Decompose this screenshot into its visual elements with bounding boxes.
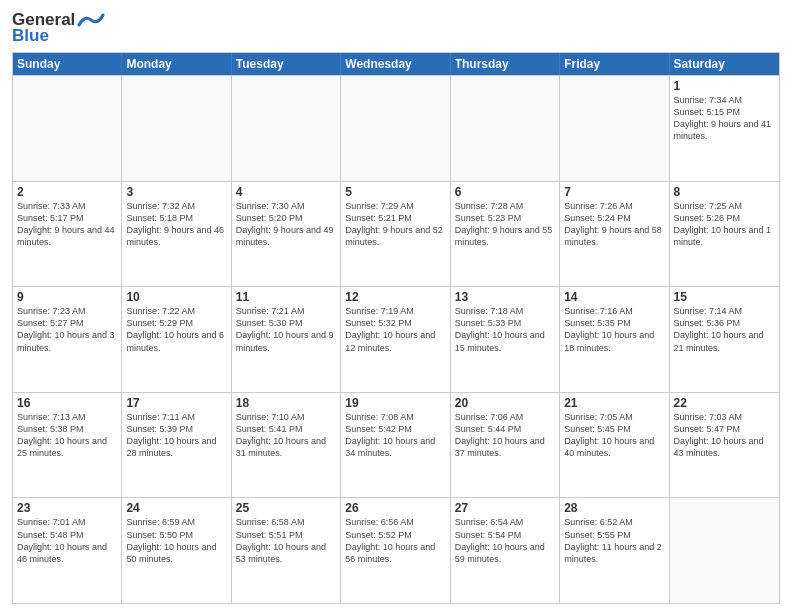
calendar-cell-7: 7Sunrise: 7:26 AM Sunset: 5:24 PM Daylig… (560, 182, 669, 287)
cell-day-number: 17 (126, 396, 226, 410)
header-day-sunday: Sunday (13, 53, 122, 75)
cell-day-number: 20 (455, 396, 555, 410)
calendar-cell-empty-0-5 (560, 76, 669, 181)
calendar-cell-24: 24Sunrise: 6:59 AM Sunset: 5:50 PM Dayli… (122, 498, 231, 603)
cell-info: Sunrise: 7:03 AM Sunset: 5:47 PM Dayligh… (674, 411, 775, 460)
calendar-row-3: 16Sunrise: 7:13 AM Sunset: 5:38 PM Dayli… (13, 392, 779, 498)
cell-day-number: 23 (17, 501, 117, 515)
calendar-cell-empty-0-0 (13, 76, 122, 181)
calendar-cell-12: 12Sunrise: 7:19 AM Sunset: 5:32 PM Dayli… (341, 287, 450, 392)
calendar-cell-19: 19Sunrise: 7:08 AM Sunset: 5:42 PM Dayli… (341, 393, 450, 498)
calendar: SundayMondayTuesdayWednesdayThursdayFrid… (12, 52, 780, 604)
calendar-cell-15: 15Sunrise: 7:14 AM Sunset: 5:36 PM Dayli… (670, 287, 779, 392)
cell-day-number: 21 (564, 396, 664, 410)
calendar-cell-27: 27Sunrise: 6:54 AM Sunset: 5:54 PM Dayli… (451, 498, 560, 603)
calendar-row-4: 23Sunrise: 7:01 AM Sunset: 5:48 PM Dayli… (13, 497, 779, 603)
logo-wave-icon (77, 11, 105, 29)
cell-info: Sunrise: 7:06 AM Sunset: 5:44 PM Dayligh… (455, 411, 555, 460)
calendar-cell-17: 17Sunrise: 7:11 AM Sunset: 5:39 PM Dayli… (122, 393, 231, 498)
logo-blue: Blue (12, 26, 49, 46)
cell-day-number: 5 (345, 185, 445, 199)
header-day-wednesday: Wednesday (341, 53, 450, 75)
calendar-cell-empty-0-2 (232, 76, 341, 181)
calendar-cell-8: 8Sunrise: 7:25 AM Sunset: 5:26 PM Daylig… (670, 182, 779, 287)
cell-day-number: 13 (455, 290, 555, 304)
calendar-cell-28: 28Sunrise: 6:52 AM Sunset: 5:55 PM Dayli… (560, 498, 669, 603)
cell-info: Sunrise: 7:19 AM Sunset: 5:32 PM Dayligh… (345, 305, 445, 354)
cell-info: Sunrise: 7:10 AM Sunset: 5:41 PM Dayligh… (236, 411, 336, 460)
cell-info: Sunrise: 7:13 AM Sunset: 5:38 PM Dayligh… (17, 411, 117, 460)
header: General Blue (12, 10, 780, 46)
cell-day-number: 18 (236, 396, 336, 410)
header-day-friday: Friday (560, 53, 669, 75)
cell-day-number: 16 (17, 396, 117, 410)
cell-info: Sunrise: 7:22 AM Sunset: 5:29 PM Dayligh… (126, 305, 226, 354)
cell-day-number: 25 (236, 501, 336, 515)
cell-day-number: 19 (345, 396, 445, 410)
cell-info: Sunrise: 7:21 AM Sunset: 5:30 PM Dayligh… (236, 305, 336, 354)
calendar-cell-20: 20Sunrise: 7:06 AM Sunset: 5:44 PM Dayli… (451, 393, 560, 498)
cell-info: Sunrise: 7:25 AM Sunset: 5:26 PM Dayligh… (674, 200, 775, 249)
cell-info: Sunrise: 7:11 AM Sunset: 5:39 PM Dayligh… (126, 411, 226, 460)
cell-day-number: 22 (674, 396, 775, 410)
calendar-cell-5: 5Sunrise: 7:29 AM Sunset: 5:21 PM Daylig… (341, 182, 450, 287)
calendar-cell-25: 25Sunrise: 6:58 AM Sunset: 5:51 PM Dayli… (232, 498, 341, 603)
cell-day-number: 3 (126, 185, 226, 199)
calendar-cell-empty-0-4 (451, 76, 560, 181)
cell-day-number: 12 (345, 290, 445, 304)
cell-day-number: 9 (17, 290, 117, 304)
calendar-cell-26: 26Sunrise: 6:56 AM Sunset: 5:52 PM Dayli… (341, 498, 450, 603)
page: General Blue SundayMondayTuesdayWednesda… (0, 0, 792, 612)
cell-day-number: 10 (126, 290, 226, 304)
cell-day-number: 6 (455, 185, 555, 199)
cell-info: Sunrise: 7:08 AM Sunset: 5:42 PM Dayligh… (345, 411, 445, 460)
cell-info: Sunrise: 6:59 AM Sunset: 5:50 PM Dayligh… (126, 516, 226, 565)
cell-info: Sunrise: 7:30 AM Sunset: 5:20 PM Dayligh… (236, 200, 336, 249)
cell-info: Sunrise: 7:16 AM Sunset: 5:35 PM Dayligh… (564, 305, 664, 354)
calendar-cell-18: 18Sunrise: 7:10 AM Sunset: 5:41 PM Dayli… (232, 393, 341, 498)
calendar-cell-11: 11Sunrise: 7:21 AM Sunset: 5:30 PM Dayli… (232, 287, 341, 392)
header-day-saturday: Saturday (670, 53, 779, 75)
calendar-row-2: 9Sunrise: 7:23 AM Sunset: 5:27 PM Daylig… (13, 286, 779, 392)
cell-day-number: 8 (674, 185, 775, 199)
cell-day-number: 24 (126, 501, 226, 515)
cell-day-number: 4 (236, 185, 336, 199)
calendar-cell-empty-4-6 (670, 498, 779, 603)
cell-info: Sunrise: 6:58 AM Sunset: 5:51 PM Dayligh… (236, 516, 336, 565)
calendar-cell-10: 10Sunrise: 7:22 AM Sunset: 5:29 PM Dayli… (122, 287, 231, 392)
cell-day-number: 27 (455, 501, 555, 515)
cell-info: Sunrise: 6:52 AM Sunset: 5:55 PM Dayligh… (564, 516, 664, 565)
calendar-cell-13: 13Sunrise: 7:18 AM Sunset: 5:33 PM Dayli… (451, 287, 560, 392)
calendar-cell-empty-0-3 (341, 76, 450, 181)
calendar-cell-4: 4Sunrise: 7:30 AM Sunset: 5:20 PM Daylig… (232, 182, 341, 287)
calendar-cell-21: 21Sunrise: 7:05 AM Sunset: 5:45 PM Dayli… (560, 393, 669, 498)
cell-info: Sunrise: 7:28 AM Sunset: 5:23 PM Dayligh… (455, 200, 555, 249)
calendar-row-0: 1Sunrise: 7:34 AM Sunset: 5:15 PM Daylig… (13, 75, 779, 181)
calendar-cell-23: 23Sunrise: 7:01 AM Sunset: 5:48 PM Dayli… (13, 498, 122, 603)
calendar-cell-empty-0-1 (122, 76, 231, 181)
calendar-cell-16: 16Sunrise: 7:13 AM Sunset: 5:38 PM Dayli… (13, 393, 122, 498)
cell-day-number: 2 (17, 185, 117, 199)
calendar-cell-2: 2Sunrise: 7:33 AM Sunset: 5:17 PM Daylig… (13, 182, 122, 287)
cell-day-number: 28 (564, 501, 664, 515)
cell-info: Sunrise: 7:23 AM Sunset: 5:27 PM Dayligh… (17, 305, 117, 354)
cell-info: Sunrise: 6:54 AM Sunset: 5:54 PM Dayligh… (455, 516, 555, 565)
cell-info: Sunrise: 7:32 AM Sunset: 5:18 PM Dayligh… (126, 200, 226, 249)
calendar-cell-9: 9Sunrise: 7:23 AM Sunset: 5:27 PM Daylig… (13, 287, 122, 392)
calendar-cell-3: 3Sunrise: 7:32 AM Sunset: 5:18 PM Daylig… (122, 182, 231, 287)
cell-info: Sunrise: 7:05 AM Sunset: 5:45 PM Dayligh… (564, 411, 664, 460)
cell-info: Sunrise: 7:29 AM Sunset: 5:21 PM Dayligh… (345, 200, 445, 249)
calendar-cell-1: 1Sunrise: 7:34 AM Sunset: 5:15 PM Daylig… (670, 76, 779, 181)
cell-info: Sunrise: 7:01 AM Sunset: 5:48 PM Dayligh… (17, 516, 117, 565)
cell-info: Sunrise: 7:33 AM Sunset: 5:17 PM Dayligh… (17, 200, 117, 249)
cell-day-number: 7 (564, 185, 664, 199)
logo: General Blue (12, 10, 105, 46)
cell-info: Sunrise: 6:56 AM Sunset: 5:52 PM Dayligh… (345, 516, 445, 565)
cell-day-number: 14 (564, 290, 664, 304)
calendar-cell-6: 6Sunrise: 7:28 AM Sunset: 5:23 PM Daylig… (451, 182, 560, 287)
header-day-thursday: Thursday (451, 53, 560, 75)
calendar-header-row: SundayMondayTuesdayWednesdayThursdayFrid… (13, 53, 779, 75)
header-day-monday: Monday (122, 53, 231, 75)
cell-info: Sunrise: 7:34 AM Sunset: 5:15 PM Dayligh… (674, 94, 775, 143)
calendar-cell-22: 22Sunrise: 7:03 AM Sunset: 5:47 PM Dayli… (670, 393, 779, 498)
